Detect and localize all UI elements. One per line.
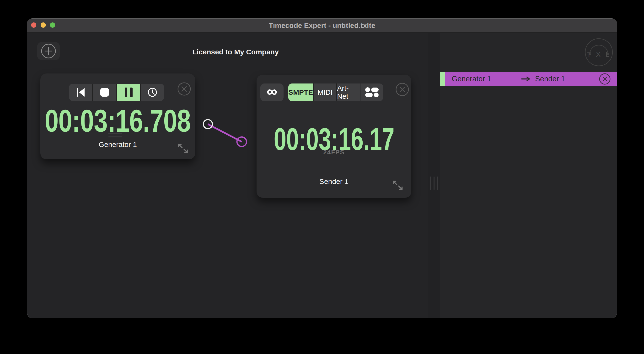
generator-timecode[interactable]: 00:03:16.708 [40,105,195,136]
connection-row[interactable]: Generator 1 Sender 1 [440,72,617,86]
titlebar[interactable]: Timecode Expert - untitled.txlte [27,19,617,32]
tab-artnet[interactable]: Art-Net [337,83,360,101]
panel-divider[interactable] [428,33,440,318]
stop-button[interactable] [93,84,116,101]
connections-panel: T X L Generator 1 Sender 1 [440,33,617,318]
resize-icon[interactable] [178,142,188,155]
connection-target-label: Sender 1 [535,72,565,86]
main-content: Licensed to My Company [27,33,617,318]
close-sender-icon[interactable] [395,83,409,96]
desktop: { "window": { "title": "Timecode Expert … [0,0,644,354]
node-canvas[interactable]: Licensed to My Company [27,33,428,318]
connection-source-port[interactable] [203,120,212,129]
output-settings-button[interactable] [360,83,383,101]
clock-icon [148,87,158,97]
generator-card[interactable]: 00:03:16.708 Generator 1 [40,73,195,159]
generator-label[interactable]: Generator 1 [40,141,195,149]
pause-button[interactable] [117,84,140,101]
txl-logo-text: T X L [587,50,611,58]
connection-target-port[interactable] [237,137,246,147]
stop-icon [100,88,109,97]
txl-logo: T X L [584,37,614,67]
close-generator-icon[interactable] [177,82,191,96]
transport-controls [69,84,164,101]
skip-to-start-icon [76,88,85,97]
skip-to-start-button[interactable] [69,84,92,101]
resize-icon[interactable] [392,179,403,191]
divider-grip-icon[interactable] [430,177,438,190]
arrow-right-icon [521,76,531,82]
pause-icon [125,88,132,97]
connection-status-stripe [440,72,445,86]
output-mode-tabs: SMPTE MIDI Art-Net [288,83,383,101]
clock-button[interactable] [141,84,164,101]
generator-drag-handle[interactable] [40,133,190,137]
connection-line[interactable] [208,124,242,142]
tab-midi[interactable]: MIDI [314,83,336,101]
settings-icon [365,87,379,98]
connection-source-label: Generator 1 [452,72,491,86]
loop-button[interactable]: ∞ [260,83,284,101]
window-title: Timecode Expert - untitled.txlte [27,19,617,32]
tab-smpte[interactable]: SMPTE [288,83,313,101]
remove-connection-icon[interactable] [599,73,611,85]
sender-label[interactable]: Sender 1 [256,177,411,185]
sender-card[interactable]: ∞ SMPTE MIDI Art-Net [256,75,411,198]
framerate-label: 24FPS [256,149,411,156]
app-window: Timecode Expert - untitled.txlte License… [27,18,617,318]
